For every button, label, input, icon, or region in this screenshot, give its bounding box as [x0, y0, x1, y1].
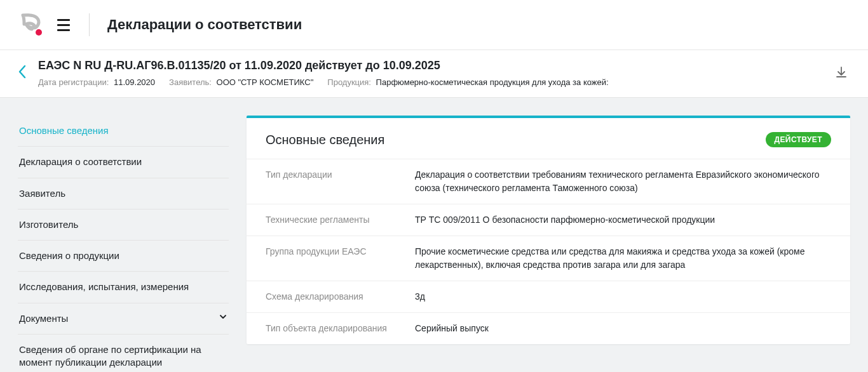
chevron-down-icon — [219, 312, 227, 324]
row-label: Тип декларации — [266, 168, 415, 195]
sidebar-item-label: Заявитель — [19, 187, 65, 200]
sidebar-item-label: Исследования, испытания, измерения — [19, 281, 189, 293]
download-icon — [835, 66, 848, 79]
sidebar-item-cert-body[interactable]: Сведения об органе по сертификации на мо… — [18, 335, 229, 372]
sidebar-item-label: Сведения о продукции — [19, 249, 119, 262]
menu-toggle-button[interactable] — [56, 18, 71, 32]
table-row: Тип объекта декларирования Серийный выпу… — [247, 312, 850, 344]
sidebar-item-main-info[interactable]: Основные сведения — [18, 116, 229, 147]
logo[interactable] — [18, 11, 44, 38]
main-content-card: Основные сведения ДЕЙСТВУЕТ Тип декларац… — [247, 116, 850, 344]
status-badge: ДЕЙСТВУЕТ — [766, 132, 831, 147]
chevron-left-icon — [18, 64, 27, 79]
row-value: Прочие косметические средства или средст… — [415, 245, 831, 272]
table-row: Схема декларирования 3д — [247, 281, 850, 312]
back-button[interactable] — [18, 64, 27, 83]
meta-value-applicant: ООО "СТР КОСМЕТИКС" — [217, 77, 314, 87]
row-value: Декларация о соответствии требованиям те… — [415, 168, 831, 195]
sidebar-item-label: Изготовитель — [19, 218, 78, 231]
document-subheader: ЕАЭС N RU Д-RU.АГ96.В.01135/20 от 11.09.… — [0, 50, 868, 98]
svg-point-0 — [36, 29, 42, 36]
divider — [89, 13, 90, 36]
sidebar-item-documents[interactable]: Документы — [18, 303, 229, 335]
sidebar-item-label: Документы — [19, 312, 68, 325]
sidebar-item-label: Основные сведения — [19, 124, 109, 137]
row-label: Схема декларирования — [266, 290, 415, 303]
sidebar-item-product-info[interactable]: Сведения о продукции — [18, 241, 229, 272]
meta-label-applicant: Заявитель: — [169, 77, 212, 87]
row-label: Группа продукции ЕАЭС — [266, 245, 415, 272]
sidebar-item-label: Сведения об органе по сертификации на мо… — [19, 343, 227, 369]
app-header: Декларации о соответствии — [0, 0, 868, 50]
row-label: Технические регламенты — [266, 213, 415, 227]
meta-row: Дата регистрации: 11.09.2020 Заявитель: … — [38, 77, 825, 87]
row-label: Тип объекта декларирования — [266, 322, 415, 335]
sidebar-item-manufacturer[interactable]: Изготовитель — [18, 209, 229, 241]
row-value: ТР ТС 009/2011 О безопасности парфюмерно… — [415, 213, 831, 227]
data-table: Тип декларации Декларация о соответствии… — [247, 159, 850, 344]
download-button[interactable] — [832, 63, 850, 83]
card-title: Основные сведения — [266, 133, 384, 147]
row-value: Серийный выпуск — [415, 322, 831, 335]
page-title: Декларации о соответствии — [107, 17, 302, 33]
row-value: 3д — [415, 290, 831, 303]
table-row: Технические регламенты ТР ТС 009/2011 О … — [247, 204, 850, 236]
meta-value-product: Парфюмерно-косметическая продукция для у… — [376, 77, 609, 87]
table-row: Группа продукции ЕАЭС Прочие косметическ… — [247, 236, 850, 281]
meta-label-reg: Дата регистрации: — [38, 77, 109, 87]
sidebar: Основные сведения Декларация о соответст… — [18, 116, 229, 372]
logo-icon — [18, 11, 44, 38]
document-title: ЕАЭС N RU Д-RU.АГ96.В.01135/20 от 11.09.… — [38, 59, 825, 72]
sidebar-item-label: Декларация о соответствии — [19, 156, 142, 168]
table-row: Тип декларации Декларация о соответствии… — [247, 159, 850, 204]
sidebar-item-tests[interactable]: Исследования, испытания, измерения — [18, 272, 229, 303]
sidebar-item-declaration[interactable]: Декларация о соответствии — [18, 147, 229, 178]
sidebar-item-applicant[interactable]: Заявитель — [18, 178, 229, 209]
meta-value-reg: 11.09.2020 — [114, 77, 155, 87]
meta-label-product: Продукция: — [327, 77, 371, 87]
